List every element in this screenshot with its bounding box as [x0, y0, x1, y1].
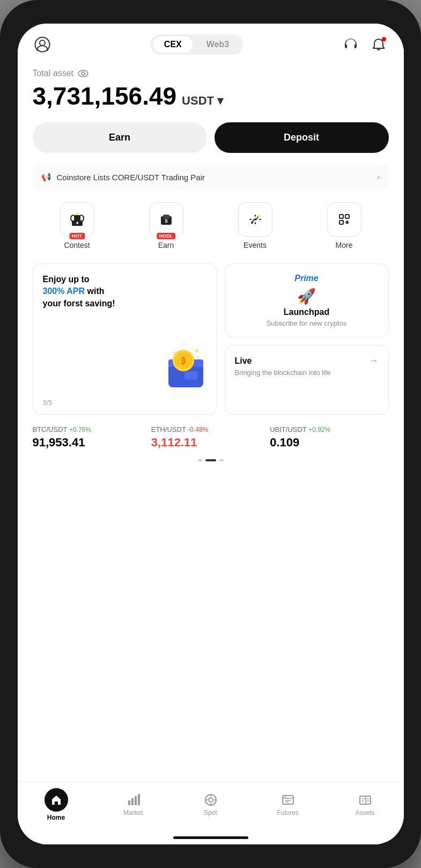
home-icon — [45, 788, 68, 812]
ticker-eth[interactable]: ETH/USDT -0.48% 3,112.11 — [151, 425, 270, 450]
announcement-content: 📢 Coinstore Lists CORE/USDT Trading Pair — [41, 172, 205, 182]
svg-point-34 — [209, 798, 213, 802]
assets-label: Assets — [355, 809, 374, 816]
bottom-navigation: Home Market — [18, 781, 404, 832]
chevron-right-icon: › — [377, 172, 380, 182]
events-label: Events — [243, 241, 267, 249]
top-bar: CEX Web3 — [18, 24, 404, 60]
futures-label: Futures — [277, 809, 299, 816]
svg-text:✦: ✦ — [196, 356, 200, 361]
page-indicator: 3/5 — [43, 399, 53, 407]
scroll-indicator — [33, 455, 389, 464]
svg-point-2 — [78, 70, 88, 77]
svg-point-13 — [251, 222, 253, 224]
mode-toggle[interactable]: CEX Web3 — [150, 34, 243, 55]
launchpad-title: Launchpad — [284, 307, 329, 317]
launchpad-subtitle: Subscribe for new cryptos — [267, 319, 347, 327]
svg-rect-29 — [128, 800, 130, 805]
contest-label: Contest — [64, 241, 90, 249]
assets-icon — [358, 793, 372, 807]
feature-cards: Enjoy up to 300% APR with your forst sav… — [33, 263, 389, 415]
asset-currency[interactable]: USDT ▾ — [182, 94, 223, 108]
header-icons — [341, 35, 388, 54]
svg-rect-39 — [283, 796, 293, 804]
market-label: Market — [123, 809, 143, 816]
svg-rect-14 — [339, 215, 343, 218]
asset-number: 3,731,156.49 — [33, 82, 177, 111]
web3-tab[interactable]: Web3 — [196, 36, 240, 53]
more-icon-box — [327, 202, 361, 237]
earn-icon-box: $ HODL — [149, 202, 183, 237]
svg-text:₿: ₿ — [181, 356, 186, 365]
launchpad-card[interactable]: Prime 🚀 Launchpad Subscribe for new cryp… — [225, 263, 389, 337]
svg-text:$: $ — [165, 218, 167, 224]
notification-icon[interactable] — [369, 35, 388, 54]
svg-point-12 — [257, 215, 260, 217]
spot-icon — [204, 793, 218, 807]
svg-rect-22 — [184, 371, 198, 380]
hot-badge: HOT — [69, 233, 85, 239]
svg-text:✦: ✦ — [173, 350, 176, 355]
quick-action-events[interactable]: Events — [211, 202, 300, 249]
nav-home[interactable]: Home — [40, 788, 72, 821]
svg-point-1 — [40, 40, 45, 46]
ticker-ubit[interactable]: UBIT/USDT +0.92% 0.109 — [270, 425, 388, 450]
contest-icon-box: ★ HOT — [60, 202, 94, 237]
phone-screen: CEX Web3 — [18, 24, 404, 844]
main-content: Total asset 3,731,156.49 USDT ▾ Earn Dep… — [18, 60, 404, 781]
svg-text:✦: ✦ — [194, 347, 200, 355]
deposit-button[interactable]: Deposit — [215, 122, 389, 153]
live-card[interactable]: Live → Bringing the blockchain into life — [225, 345, 389, 415]
announcement-banner[interactable]: 📢 Coinstore Lists CORE/USDT Trading Pair… — [33, 165, 389, 189]
total-asset-value: 3,731,156.49 USDT ▾ — [33, 82, 389, 111]
announcement-icon: 📢 — [41, 172, 51, 182]
events-icon-box — [238, 202, 272, 237]
earn-label: Earn — [158, 241, 174, 249]
total-asset-section: Total asset — [33, 69, 389, 78]
action-buttons: Earn Deposit — [33, 122, 389, 153]
quick-action-contest[interactable]: ★ HOT Contest — [33, 202, 122, 249]
svg-rect-17 — [346, 222, 348, 223]
nav-assets[interactable]: Assets — [349, 793, 381, 816]
profile-icon[interactable] — [33, 35, 52, 54]
phone-shell: CEX Web3 — [0, 0, 421, 868]
svg-rect-16 — [339, 220, 343, 224]
home-label: Home — [47, 814, 65, 821]
earn-button[interactable]: Earn — [33, 122, 207, 153]
svg-rect-15 — [345, 215, 349, 218]
spot-label: Spot — [204, 809, 217, 816]
nav-futures[interactable]: Futures — [272, 793, 304, 816]
coin-illustration: ₿ ✦ ✦ ✦ — [163, 344, 211, 393]
home-bar-line — [173, 836, 248, 839]
svg-rect-30 — [131, 798, 134, 805]
scroll-dot-1 — [198, 459, 202, 461]
market-icon — [127, 793, 141, 807]
quick-action-earn[interactable]: $ HODL Earn — [122, 202, 211, 249]
svg-rect-44 — [360, 796, 371, 804]
ticker-btc[interactable]: BTC/USDT +0.76% 91,953.41 — [33, 425, 151, 450]
eye-icon[interactable] — [78, 70, 88, 77]
hodl-badge: HODL — [157, 233, 176, 239]
promo-text: Enjoy up to 300% APR with your forst sav… — [43, 274, 207, 310]
nav-market[interactable]: Market — [117, 793, 150, 816]
total-asset-label: Total asset — [33, 69, 73, 78]
live-subtitle: Bringing the blockchain into life — [235, 369, 379, 377]
futures-icon — [281, 793, 295, 807]
quick-actions: ★ HOT Contest $ HODL — [33, 202, 389, 249]
home-indicator — [18, 832, 404, 844]
right-cards: Prime 🚀 Launchpad Subscribe for new cryp… — [225, 263, 389, 415]
svg-rect-32 — [138, 794, 140, 805]
nav-spot[interactable]: Spot — [195, 793, 227, 816]
svg-text:★: ★ — [76, 221, 79, 225]
support-icon[interactable] — [341, 35, 360, 54]
svg-point-6 — [76, 213, 78, 215]
cex-tab[interactable]: CEX — [153, 36, 193, 53]
svg-point-3 — [82, 72, 85, 75]
live-title: Live → — [235, 355, 379, 366]
announcement-text: Coinstore Lists CORE/USDT Trading Pair — [57, 173, 205, 182]
promo-card[interactable]: Enjoy up to 300% APR with your forst sav… — [33, 263, 217, 415]
rocket-icon: 🚀 — [297, 288, 316, 305]
quick-action-more[interactable]: More — [300, 202, 389, 249]
prime-label: Prime — [294, 274, 318, 283]
more-label: More — [336, 241, 353, 249]
